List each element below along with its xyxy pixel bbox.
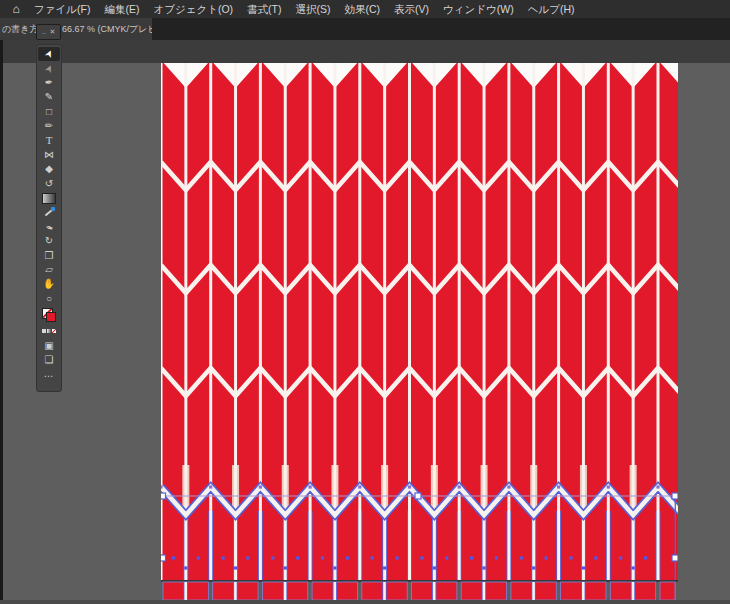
anchor-point[interactable] bbox=[222, 556, 225, 559]
reflect-icon: ⋈ bbox=[44, 150, 54, 160]
anchor-point[interactable] bbox=[545, 556, 548, 559]
anchor-point[interactable] bbox=[271, 556, 274, 559]
anchor-point[interactable] bbox=[445, 556, 448, 559]
direct-selection-arrow-icon: ➤ bbox=[43, 63, 56, 75]
curvature-tool[interactable]: ✎ bbox=[38, 90, 60, 104]
zoom-tool[interactable]: ○ bbox=[38, 292, 60, 306]
artboard-bottom-edge bbox=[161, 580, 678, 582]
selection-handle[interactable] bbox=[415, 493, 421, 499]
rotate-view-tool[interactable]: ↻ bbox=[38, 234, 60, 248]
anchor-point[interactable] bbox=[395, 556, 398, 559]
anchor-point[interactable] bbox=[495, 556, 498, 559]
pen-tool[interactable]: ✒ bbox=[38, 76, 60, 90]
anchor-point[interactable] bbox=[197, 556, 200, 559]
more-tools[interactable]: … bbox=[38, 367, 60, 381]
anchor-point[interactable] bbox=[507, 485, 510, 488]
paintbrush-icon: ✏ bbox=[45, 121, 53, 131]
type-icon: T bbox=[46, 135, 53, 146]
eyedropper-tool[interactable]: ✒ bbox=[38, 220, 60, 234]
selection-handle[interactable] bbox=[672, 493, 678, 499]
anchor-point[interactable] bbox=[259, 485, 262, 488]
document-tab[interactable]: の書き方.ai @ 66.67 % (CMYK/プレビュー) ✕ bbox=[0, 18, 152, 40]
rotate-tool[interactable]: ↺ bbox=[38, 177, 60, 191]
anchor-point[interactable] bbox=[234, 566, 237, 569]
anchor-point[interactable] bbox=[582, 566, 585, 569]
anchor-point[interactable] bbox=[321, 556, 324, 559]
paintbrush-tool[interactable]: ✏ bbox=[38, 119, 60, 133]
fill-stroke-swatch[interactable] bbox=[38, 306, 60, 324]
reflect-tool[interactable]: ⋈ bbox=[38, 148, 60, 162]
color-mode-trio[interactable] bbox=[38, 324, 60, 338]
eraser-tool[interactable]: ◆ bbox=[38, 162, 60, 176]
anchor-point[interactable] bbox=[482, 566, 485, 569]
anchor-point[interactable] bbox=[172, 556, 175, 559]
anchor-point[interactable] bbox=[520, 556, 523, 559]
selection-handle[interactable] bbox=[161, 493, 166, 499]
menu-effect[interactable]: 効果(C) bbox=[337, 0, 387, 18]
gradient-icon bbox=[42, 193, 56, 204]
anchor-point[interactable] bbox=[209, 485, 212, 488]
rotate-view-icon: ↻ bbox=[45, 236, 53, 246]
rectangle-icon: □ bbox=[46, 107, 52, 117]
slice-tool[interactable]: ▱ bbox=[38, 263, 60, 277]
direct-selection-tool[interactable]: ➤ bbox=[38, 61, 60, 75]
menu-type[interactable]: 書式(T) bbox=[240, 0, 288, 18]
feather-tile[interactable] bbox=[660, 582, 675, 600]
draw-mode[interactable]: ▣ bbox=[38, 338, 60, 352]
anchor-point[interactable] bbox=[619, 556, 622, 559]
more-icon: … bbox=[44, 369, 55, 379]
anchor-point[interactable] bbox=[532, 566, 535, 569]
toolbar-dock-header[interactable]: ‥ ✕ bbox=[36, 24, 61, 40]
menu-object[interactable]: オブジェクト(O) bbox=[146, 0, 240, 18]
hand-tool[interactable]: ✋ bbox=[38, 277, 60, 291]
anchor-point[interactable] bbox=[296, 556, 299, 559]
anchor-point[interactable] bbox=[383, 566, 386, 569]
menu-help[interactable]: ヘルプ(H) bbox=[521, 0, 582, 18]
screen-mode-icon: ❏ bbox=[45, 355, 54, 365]
anchor-point[interactable] bbox=[246, 556, 249, 559]
anchor-point[interactable] bbox=[420, 556, 423, 559]
menu-select[interactable]: 選択(S) bbox=[288, 0, 337, 18]
anchor-point[interactable] bbox=[644, 556, 647, 559]
anchor-point[interactable] bbox=[408, 485, 411, 488]
anchor-point[interactable] bbox=[309, 485, 312, 488]
menu-view[interactable]: 表示(V) bbox=[387, 0, 436, 18]
rotate-icon: ↺ bbox=[45, 179, 53, 189]
anchor-point[interactable] bbox=[161, 485, 163, 488]
zoom-icon: ○ bbox=[46, 294, 52, 304]
selection-handle[interactable] bbox=[672, 555, 678, 561]
gradient-tool[interactable] bbox=[38, 191, 60, 205]
document-canvas[interactable] bbox=[161, 63, 678, 604]
anchor-point[interactable] bbox=[371, 556, 374, 559]
width-tool[interactable] bbox=[38, 205, 60, 219]
artboard-tool[interactable]: ❐ bbox=[38, 248, 60, 262]
anchor-point[interactable] bbox=[557, 485, 560, 488]
artboard-icon: ❐ bbox=[45, 251, 54, 261]
anchor-point[interactable] bbox=[433, 566, 436, 569]
anchor-point[interactable] bbox=[458, 485, 461, 488]
menu-edit[interactable]: 編集(E) bbox=[97, 0, 146, 18]
screen-mode[interactable]: ❏ bbox=[38, 353, 60, 367]
dock-close-icon[interactable]: ✕ bbox=[49, 28, 55, 36]
menu-file[interactable]: ファイル(F) bbox=[27, 0, 97, 18]
anchor-point[interactable] bbox=[594, 556, 597, 559]
collapse-icon[interactable]: ‥ bbox=[42, 28, 47, 36]
selection-handle[interactable] bbox=[161, 555, 166, 561]
selection-tool[interactable]: ➤ bbox=[38, 47, 60, 61]
menu-window[interactable]: ウィンドウ(W) bbox=[436, 0, 521, 18]
anchor-point[interactable] bbox=[569, 556, 572, 559]
anchor-point[interactable] bbox=[470, 556, 473, 559]
anchor-point[interactable] bbox=[607, 485, 610, 488]
anchor-point[interactable] bbox=[656, 485, 659, 488]
anchor-point[interactable] bbox=[184, 566, 187, 569]
rectangle-tool[interactable]: □ bbox=[38, 105, 60, 119]
home-icon[interactable]: ⌂ bbox=[5, 1, 27, 17]
fill-stroke-icon bbox=[42, 308, 56, 322]
type-tool[interactable]: T bbox=[38, 133, 60, 147]
anchor-point[interactable] bbox=[346, 556, 349, 559]
anchor-point[interactable] bbox=[333, 566, 336, 569]
anchor-point[interactable] bbox=[632, 566, 635, 569]
anchor-point[interactable] bbox=[284, 566, 287, 569]
draw-mode-icon: ▣ bbox=[44, 341, 53, 351]
anchor-point[interactable] bbox=[358, 485, 361, 488]
